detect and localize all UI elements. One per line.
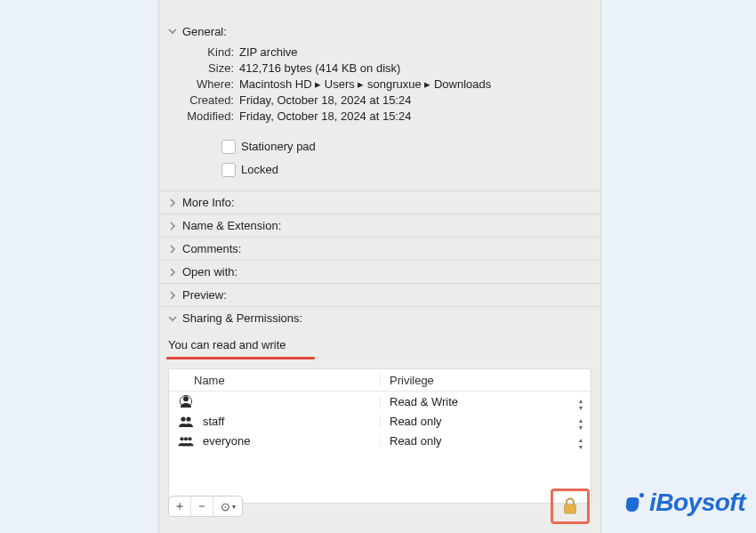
section-preview-header[interactable]: Preview: [159,283,600,306]
add-button[interactable]: ＋ [169,497,190,516]
stationery-pad-row[interactable]: Stationery pad [221,139,591,155]
permissions-rows: Read & Write ▲▼ staff Read only ▲▼ [169,392,591,503]
kv-kind: Kind: ZIP archive [168,44,591,61]
kv-modified-label: Modified: [168,109,234,125]
permissions-table: Name Privilege Read & Write ▲▼ [168,368,591,504]
section-name-ext-header[interactable]: Name & Extension: [159,214,600,237]
kv-kind-value: ZIP archive [239,44,591,61]
general-body: Kind: ZIP archive Size: 412,716 bytes (4… [159,43,600,190]
table-row[interactable]: everyone Read only ▲▼ [169,431,591,450]
section-general-label: General: [182,25,227,38]
kv-size-label: Size: [168,61,234,77]
table-row[interactable]: staff Read only ▲▼ [169,411,591,431]
kv-where-label: Where: [168,77,234,93]
kv-modified: Modified: Friday, October 18, 2024 at 15… [168,109,591,125]
chevron-right-icon [168,291,177,300]
section-more-info-header[interactable]: More Info: [159,190,600,214]
user-icon [178,395,194,408]
kv-created-label: Created: [168,93,234,109]
locked-label: Locked [241,162,278,178]
permissions-col-privilege[interactable]: Privilege [380,374,591,387]
section-preview-label: Preview: [182,288,227,302]
section-sharing-header[interactable]: Sharing & Permissions: [159,306,600,329]
perm-name: staff [203,415,224,428]
locked-checkbox[interactable] [221,163,236,177]
stationery-pad-checkbox[interactable] [221,140,236,154]
chevron-down-icon [168,314,177,323]
kv-kind-label: Kind: [168,44,234,61]
minus-icon: － [196,498,208,514]
section-comments-label: Comments: [182,242,241,255]
section-comments-header[interactable]: Comments: [159,237,600,260]
locked-row[interactable]: Locked [221,162,591,178]
svg-rect-7 [565,505,576,513]
remove-button[interactable]: － [191,497,213,516]
permissions-toolbar: ＋ － ⊙ ▾ [168,496,243,517]
section-open-with-header[interactable]: Open with: [159,260,600,283]
section-more-info-label: More Info: [182,196,235,209]
chevron-right-icon [168,198,177,207]
sharing-body: You can read and write Name Privilege Re… [159,329,600,504]
annotation-underline [166,357,315,359]
permissions-col-name[interactable]: Name [169,374,380,387]
kv-created-value: Friday, October 18, 2024 at 15:24 [239,93,591,109]
brand-logo-icon [626,493,646,513]
get-info-window: General: Kind: ZIP archive Size: 412,716… [158,0,601,533]
svg-point-4 [180,437,183,440]
chevron-right-icon [168,222,177,230]
svg-point-0 [183,396,189,401]
svg-point-2 [181,416,185,421]
perm-privilege: Read only [390,415,442,428]
lock-icon[interactable] [562,497,578,515]
group-icon [178,415,194,427]
chevron-down-icon: ▾ [232,503,236,511]
chevron-right-icon [168,245,177,254]
kv-size: Size: 412,716 bytes (414 KB on disk) [168,61,591,77]
section-name-ext-label: Name & Extension: [182,219,281,232]
permissions-table-header: Name Privilege [169,369,591,392]
everyone-icon [178,434,194,447]
perm-privilege: Read & Write [390,395,458,408]
kv-modified-value: Friday, October 18, 2024 at 15:24 [239,109,591,125]
privilege-stepper-icon[interactable]: ▲▼ [576,397,585,413]
kv-created: Created: Friday, October 18, 2024 at 15:… [168,93,591,109]
plus-icon: ＋ [173,498,186,514]
section-sharing-label: Sharing & Permissions: [182,311,302,325]
brand-text: iBoysoft [649,489,745,517]
perm-privilege: Read only [390,434,442,448]
sharing-message: You can read and write [168,338,591,355]
action-menu-button[interactable]: ⊙ ▾ [213,497,242,516]
annotation-lock-highlight [551,489,590,524]
svg-point-5 [184,437,188,440]
ellipsis-circle-icon: ⊙ [221,500,230,513]
kv-where: Where: Macintosh HD ▸ Users ▸ songruxue … [168,77,591,93]
kv-size-value: 412,716 bytes (414 KB on disk) [239,61,591,77]
svg-point-3 [186,416,190,421]
svg-point-6 [188,437,191,440]
section-open-with-label: Open with: [182,265,237,279]
chevron-down-icon [168,27,177,36]
section-general-header[interactable]: General: [159,0,600,43]
privilege-stepper-icon[interactable]: ▲▼ [576,416,585,432]
stationery-pad-label: Stationery pad [241,139,316,155]
privilege-stepper-icon[interactable]: ▲▼ [576,436,585,452]
chevron-right-icon [168,268,177,277]
brand-watermark: iBoysoft [626,489,745,517]
table-row[interactable]: Read & Write ▲▼ [169,392,591,411]
kv-where-value: Macintosh HD ▸ Users ▸ songruxue ▸ Downl… [239,77,591,93]
perm-name: everyone [203,434,250,448]
